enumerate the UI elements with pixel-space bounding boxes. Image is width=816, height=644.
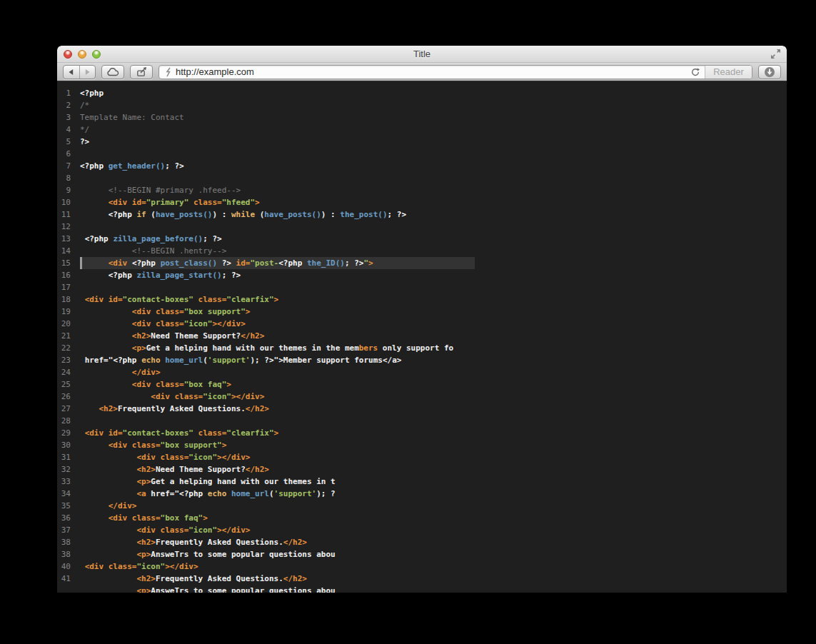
code-text: <p>Get a helping hand with our themes in… bbox=[80, 342, 787, 354]
code-text: <h2>Need Theme Support?</h2> bbox=[80, 330, 787, 342]
code-line: 41 <h2>Frequently Asked Questions.</h2> bbox=[57, 573, 787, 585]
code-line: 13 <?php zilla_page_before(); ?> bbox=[57, 233, 787, 245]
code-line: 1<?php bbox=[57, 87, 787, 99]
line-number: 40 bbox=[57, 560, 80, 573]
code-line: 21 <h2>Need Theme Support?</h2> bbox=[57, 330, 787, 342]
code-text: <div class="box faq"> bbox=[80, 378, 787, 391]
code-text: <div id="contact-boxes" class="clearfix"… bbox=[80, 293, 787, 306]
line-number: 24 bbox=[57, 366, 80, 378]
line-number: 28 bbox=[57, 415, 80, 427]
code-text: */ bbox=[80, 124, 787, 136]
code-line: 7<?php get_header(); ?> bbox=[57, 160, 787, 172]
line-number: 29 bbox=[57, 427, 80, 439]
code-text: <div class="box support"> bbox=[80, 306, 787, 318]
line-number: 35 bbox=[57, 500, 80, 512]
code-text: <?php get_header(); ?> bbox=[80, 160, 787, 172]
line-number: 18 bbox=[57, 293, 80, 306]
code-text: <div <?php post_class() ?> id="post-<?ph… bbox=[80, 257, 787, 269]
code-text: <div id="primary" class="hfeed"> bbox=[80, 196, 787, 208]
code-line: 9 <!--BEGIN #primary .hfeed--> bbox=[57, 184, 787, 196]
line-number: 19 bbox=[57, 306, 80, 318]
code-text: Template Name: Contact bbox=[80, 111, 787, 124]
code-line: 31 <div class="icon"></div> bbox=[57, 451, 787, 463]
code-line: 22 <p>Get a helping hand with our themes… bbox=[57, 342, 787, 354]
line-number: 14 bbox=[57, 245, 80, 257]
browser-toolbar: Reader bbox=[57, 63, 787, 81]
titlebar[interactable]: Title bbox=[57, 46, 787, 63]
download-icon bbox=[764, 66, 775, 78]
code-line: 18 <div id="contact-boxes" class="clearf… bbox=[57, 293, 787, 306]
code-text: <div id="contact-boxes" class="clearfix"… bbox=[80, 427, 787, 439]
forward-button[interactable] bbox=[79, 66, 96, 79]
code-line: 20 <div class="icon"></div> bbox=[57, 318, 787, 330]
line-number: 27 bbox=[57, 403, 80, 415]
expand-icon[interactable] bbox=[770, 49, 782, 60]
refresh-button[interactable] bbox=[690, 67, 700, 77]
code-text bbox=[80, 221, 787, 233]
code-line: 36 <div class="box faq"> bbox=[57, 512, 787, 524]
code-text: <h2>Frequently Asked Questions.</h2> bbox=[80, 573, 787, 585]
line-number: 36 bbox=[57, 512, 80, 524]
code-line: 5?> bbox=[57, 136, 787, 148]
line-number: 9 bbox=[57, 184, 80, 196]
code-line: 33 <p>Get a helping hand with our themes… bbox=[57, 476, 787, 488]
code-text: <!--BEGIN #primary .hfeed--> bbox=[80, 184, 787, 196]
code-line: 8 bbox=[57, 172, 787, 184]
code-text: <div class="icon"></div> bbox=[80, 318, 787, 330]
code-text: <a href="<?php echo home_url('support');… bbox=[80, 488, 787, 500]
code-line: 28 bbox=[57, 415, 787, 427]
icloud-button[interactable] bbox=[101, 65, 124, 79]
code-line: 17 bbox=[57, 281, 787, 293]
reader-button[interactable]: Reader bbox=[705, 66, 752, 79]
line-number: 6 bbox=[57, 148, 80, 160]
code-line: 30 <div class="box support"> bbox=[57, 439, 787, 451]
code-line: 10 <div id="primary" class="hfeed"> bbox=[57, 196, 787, 208]
code-line: 23 href="<?php echo home_url('support');… bbox=[57, 354, 787, 366]
code-text: <div class="box support"> bbox=[80, 439, 787, 451]
line-number: 11 bbox=[57, 208, 80, 221]
code-text bbox=[80, 172, 787, 184]
line-number: 7 bbox=[57, 160, 80, 172]
code-text: <div class="icon"></div> bbox=[80, 560, 787, 573]
code-text: <div class="box faq"> bbox=[80, 512, 787, 524]
code-line: 2/* bbox=[57, 99, 787, 111]
line-number: 22 bbox=[57, 342, 80, 354]
line-number: 38 bbox=[57, 536, 80, 548]
code-line: 4*/ bbox=[57, 124, 787, 136]
line-number: 2 bbox=[57, 99, 80, 111]
code-line: 11 <?php if (have_posts()) : while (have… bbox=[57, 208, 787, 221]
code-text bbox=[80, 281, 787, 293]
code-text: <?php if (have_posts()) : while (have_po… bbox=[80, 208, 787, 221]
code-text: </div> bbox=[80, 500, 787, 512]
code-line: 34 <a href="<?php echo home_url('support… bbox=[57, 488, 787, 500]
back-button[interactable] bbox=[64, 66, 79, 79]
code-text: href="<?php echo home_url('support'); ?>… bbox=[80, 354, 787, 366]
share-icon bbox=[136, 66, 147, 78]
code-text: <h2>Frequently Asked Questions.</h2> bbox=[80, 403, 787, 415]
cloud-icon bbox=[106, 66, 119, 78]
line-number: 33 bbox=[57, 476, 80, 488]
code-text: <!--BEGIN .hentry--> bbox=[80, 245, 787, 257]
line-number: 16 bbox=[57, 269, 80, 281]
line-number: 8 bbox=[57, 172, 80, 184]
url-input[interactable] bbox=[176, 66, 686, 77]
line-number: 21 bbox=[57, 330, 80, 342]
code-line: <p>AnsweTrs to some popular questions ab… bbox=[57, 585, 787, 593]
downloads-button[interactable] bbox=[758, 65, 781, 79]
line-number: 38 bbox=[57, 548, 80, 560]
code-line: 38 <h2>Frequently Asked Questions.</h2> bbox=[57, 536, 787, 548]
code-text: <div class="icon"></div> bbox=[80, 451, 787, 463]
code-line: 3Template Name: Contact bbox=[57, 111, 787, 124]
code-line: 14 <!--BEGIN .hentry--> bbox=[57, 245, 787, 257]
code-text: </div> bbox=[80, 366, 787, 378]
code-line: 35 </div> bbox=[57, 500, 787, 512]
history-nav bbox=[63, 65, 96, 79]
code-text: ?> bbox=[80, 136, 787, 148]
code-line: 25 <div class="box faq"> bbox=[57, 378, 787, 391]
line-number: 23 bbox=[57, 354, 80, 366]
share-button[interactable] bbox=[130, 65, 153, 79]
line-number bbox=[57, 585, 80, 593]
code-line: 29 <div id="contact-boxes" class="clearf… bbox=[57, 427, 787, 439]
line-number: 3 bbox=[57, 111, 80, 124]
address-bar[interactable]: Reader bbox=[158, 65, 752, 79]
